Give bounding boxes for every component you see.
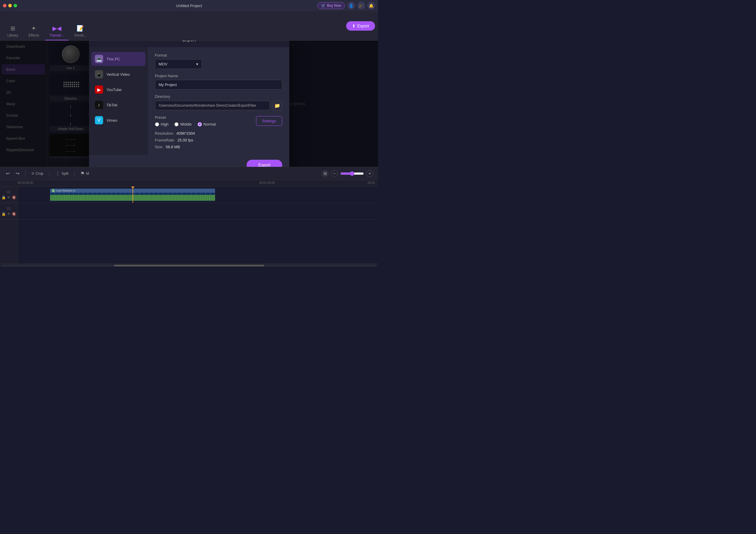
format-select[interactable]: MOV ▾ — [155, 59, 202, 69]
preset-label: Preset — [155, 115, 216, 120]
dest-thispc[interactable]: 💻 This PC — [91, 52, 146, 66]
track-01-eye-icon[interactable]: 👁 — [7, 212, 11, 216]
preset-high-option[interactable]: High — [155, 122, 169, 126]
user-icon[interactable]: 👤 — [347, 2, 355, 10]
timeline-ruler: 00:00:00:00 00:01:40:00 00:02 — [0, 180, 378, 186]
timeline-scrollbar — [0, 264, 378, 267]
preset-middle-option[interactable]: Middle — [175, 122, 192, 126]
hat-icon[interactable]: 🎓 — [357, 2, 365, 10]
title-bar: Untitled Project 🛒 Buy Now 👤 🎓 🔔 — [0, 0, 378, 11]
track-01-lock-icon[interactable]: 🔒 — [1, 212, 6, 216]
folder-browse-button[interactable]: 📁 — [272, 100, 282, 110]
track-02-audio-icon[interactable]: 🔇 — [12, 195, 16, 200]
dialog-body: 💻 This PC 📱 Vertical Video ▶ YouTube — [89, 47, 289, 155]
timecode-mid: 00:01:40:00 — [259, 181, 275, 184]
timeline-content: A Auto Reframe.m — [18, 186, 378, 264]
zoom-in-button[interactable]: + — [366, 170, 373, 177]
preset-high-radio[interactable] — [155, 122, 159, 126]
preset-row: Preset High Middle — [155, 115, 282, 126]
nav-tabs: ⊞ Library ✦ Effects ▶◀ Transiti... 📝 Ann… — [0, 11, 94, 41]
clip-type-icon: A — [52, 189, 55, 192]
preset-middle-radio[interactable] — [175, 122, 178, 126]
flag-icon: ⚑ — [80, 171, 85, 176]
close-button[interactable] — [3, 4, 7, 7]
dest-youtube[interactable]: ▶ YouTube — [91, 82, 146, 97]
dialog-main: Format MOV ▾ Project Name — [148, 47, 289, 155]
settings-button[interactable]: Settings — [256, 116, 282, 126]
mark-button[interactable]: ⚑ M — [79, 169, 90, 178]
minimize-button[interactable] — [8, 4, 12, 7]
scrollbar-track — [1, 265, 377, 267]
tab-transitions[interactable]: ▶◀ Transiti... — [45, 22, 68, 41]
timecode-end: 00:02 — [368, 181, 375, 184]
dialog-header: Export — [89, 41, 289, 47]
track-label-02: 02 🔒 👁 🔇 — [0, 186, 17, 203]
toolbar-separator-1 — [25, 171, 26, 177]
track-01-icons: 🔒 👁 🔇 — [1, 212, 16, 216]
format-label: Format — [155, 53, 282, 57]
directory-input[interactable]: /Users/ws/Documents/Wondershare DemoCrea… — [155, 101, 270, 110]
preset-high-label: High — [161, 122, 169, 126]
format-value: MOV — [159, 62, 168, 66]
effects-icon: ✦ — [31, 25, 36, 32]
tab-library[interactable]: ⊞ Library — [3, 22, 23, 41]
library-icon: ⊞ — [10, 25, 15, 32]
dest-vimeo[interactable]: V Vimeo — [91, 113, 146, 127]
thispc-icon: 💻 — [95, 55, 103, 63]
zoom-controls: ⊞ − + — [321, 170, 373, 177]
crop-icon: ⌗ — [32, 171, 34, 176]
framerate-label: FrameRate: — [155, 138, 175, 142]
track-01-audio-icon[interactable]: 🔇 — [12, 212, 16, 216]
scrollbar-thumb[interactable] — [114, 265, 264, 267]
preset-normal-radio[interactable] — [198, 122, 202, 126]
tiktok-icon: ♪ — [95, 101, 103, 109]
track-row-02: A Auto Reframe.m — [18, 186, 378, 203]
export-info: Resolution: 4096*2304 FrameRate: 25.00 f… — [155, 131, 282, 149]
project-name-input[interactable] — [155, 80, 282, 90]
timeline-toolbar: ↩ ↪ ⌗ Crop ⋮ Split ⚑ M ⊞ − + — [0, 167, 378, 180]
zoom-fit-button[interactable]: ⊞ — [321, 170, 329, 177]
vimeo-icon: V — [95, 116, 103, 125]
directory-group: Directory /Users/ws/Documents/Wondershar… — [155, 94, 282, 110]
track-02-eye-icon[interactable]: 👁 — [7, 195, 11, 200]
buy-now-button[interactable]: 🛒 Buy Now — [317, 2, 345, 9]
playhead[interactable] — [133, 186, 133, 203]
folder-icon: 📁 — [274, 103, 280, 108]
track-02-lock-icon[interactable]: 🔒 — [1, 195, 6, 200]
export-submit-button[interactable]: Export — [247, 160, 282, 167]
preset-options: High Middle Normal — [155, 122, 216, 126]
timeline-tracks: 02 🔒 👁 🔇 01 🔒 👁 🔇 — [0, 186, 378, 264]
dialog-sidebar: 💻 This PC 📱 Vertical Video ▶ YouTube — [89, 47, 148, 155]
clip-name: Auto Reframe.m — [56, 189, 75, 192]
toolbar-separator-2 — [49, 171, 49, 177]
zoom-slider[interactable] — [340, 171, 364, 176]
annotations-icon: 📝 — [77, 25, 84, 32]
export-dialog-overlay[interactable]: Export 💻 This PC 📱 Vertical Video — [0, 41, 378, 167]
undo-button[interactable]: ↩ — [5, 169, 11, 178]
dest-vertical[interactable]: 📱 Vertical Video — [91, 67, 146, 81]
tab-effects[interactable]: ✦ Effects — [24, 22, 43, 41]
maximize-button[interactable] — [14, 4, 17, 7]
app-body: ⊞ Library ✦ Effects ▶◀ Transiti... 📝 Ann… — [0, 11, 378, 267]
resolution-row: Resolution: 4096*2304 — [155, 131, 282, 136]
playhead-handle[interactable] — [131, 186, 134, 188]
window-title: Untitled Project — [176, 4, 202, 8]
split-icon: ⋮ — [55, 171, 60, 176]
split-button[interactable]: ⋮ Split — [54, 169, 69, 178]
tab-annotations[interactable]: 📝 Annot... — [70, 22, 91, 41]
track-label-01: 01 🔒 👁 🔇 — [0, 203, 17, 219]
cart-icon: 🛒 — [321, 4, 326, 8]
dest-tiktok[interactable]: ♪ TikTok — [91, 98, 146, 112]
bell-icon[interactable]: 🔔 — [367, 2, 375, 10]
redo-button[interactable]: ↪ — [14, 169, 21, 178]
zoom-out-button[interactable]: − — [331, 170, 338, 177]
preset-normal-label: Normal — [203, 122, 216, 126]
preset-middle-label: Middle — [180, 122, 192, 126]
project-name-group: Project Name — [155, 74, 282, 90]
crop-button[interactable]: ⌗ Crop — [30, 170, 44, 178]
directory-row: /Users/ws/Documents/Wondershare DemoCrea… — [155, 100, 282, 110]
top-toolbar: ⊞ Library ✦ Effects ▶◀ Transiti... 📝 Ann… — [0, 11, 378, 41]
track-num-02: 02 — [7, 190, 11, 194]
preset-normal-option[interactable]: Normal — [198, 122, 216, 126]
export-button-top[interactable]: ⬆ Export — [346, 21, 375, 31]
